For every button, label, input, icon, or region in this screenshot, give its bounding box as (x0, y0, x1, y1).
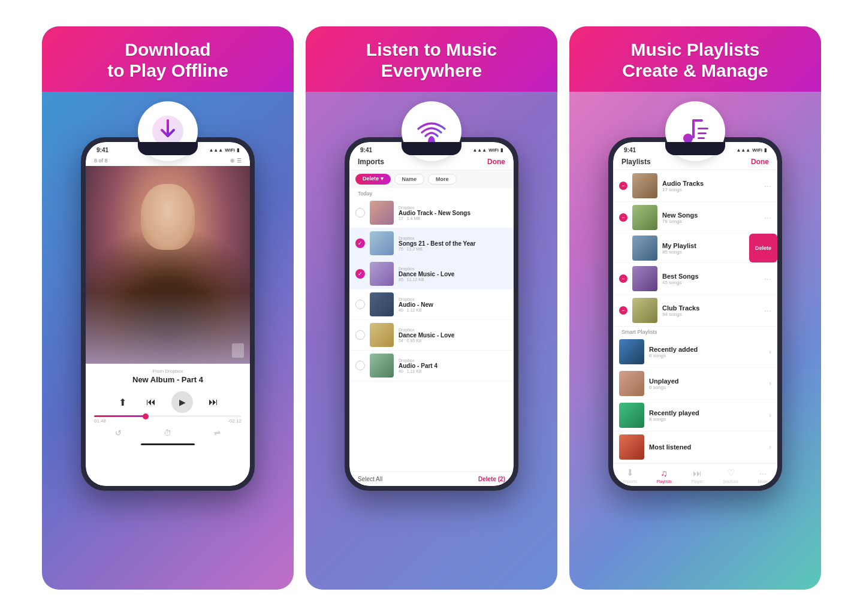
name-2: Dance Music - Love (399, 271, 508, 277)
smart-thumb-0 (619, 339, 644, 364)
svg-rect-7 (698, 132, 707, 134)
phone-2-notch (402, 142, 461, 155)
playlist-item-4[interactable]: − Club Tracks 94 songs ··· (613, 295, 777, 327)
filter-delete[interactable]: Delete ▾ (355, 174, 391, 185)
smart-details-3: Most listened (649, 443, 764, 451)
wifi-icon-3: WiFi (752, 147, 762, 153)
fast-forward-button[interactable]: ⏭ (205, 394, 222, 410)
name-1: Songs 21 - Best of the Year (399, 240, 508, 247)
more-icon-3: ··· (764, 274, 771, 283)
smart-count-2: 8 songs (649, 416, 764, 422)
smart-playlist-0[interactable]: Recently added 8 songs › (613, 336, 777, 368)
filter-more[interactable]: More (428, 174, 457, 185)
tab-sources[interactable]: ♡ Sources (723, 467, 738, 484)
playlist-name-3: Best Songs (662, 273, 759, 280)
playlist-item-0[interactable]: − Audio Tracks 17 songs ··· (613, 170, 777, 202)
playlist-item-3[interactable]: − Best Songs 45 songs ··· (613, 263, 777, 295)
source-0: Dropbox (399, 206, 508, 210)
playlist-name-1: New Songs (662, 212, 759, 219)
signal-icon-2: ▲▲▲ (472, 147, 487, 153)
thumb-4 (370, 323, 394, 347)
delete-selected-button[interactable]: Delete (2) (478, 476, 505, 482)
smart-playlist-2[interactable]: Recently played 8 songs › (613, 400, 777, 431)
chevron-right-3: › (769, 443, 771, 451)
progress-fill (94, 415, 146, 417)
phone-1-mockup: 9:41 ▲▲▲ WiFi ▮ 8 of 8 ⊕ ☰ (81, 137, 255, 491)
import-item-5[interactable]: Dropbox Audio - Part 4 40 1.11 KB (349, 351, 514, 381)
smart-playlist-1[interactable]: Unplayed 6 songs › (613, 368, 777, 400)
repeat-icon[interactable]: ↺ (115, 428, 122, 437)
import-item-2[interactable]: ✓ Dropbox Dance Music - Love 85 11.12 KB (349, 259, 514, 289)
checkbox-3[interactable] (355, 300, 365, 309)
import-item-3[interactable]: Dropbox Audio - New 40 1.12 KB (349, 289, 514, 320)
player-tab-icon: ⏭ (693, 468, 702, 478)
select-all-button[interactable]: Select All (358, 476, 382, 482)
imports-done[interactable]: Done (487, 158, 505, 166)
svg-rect-4 (692, 119, 695, 138)
imports-filter: Delete ▾ Name More (349, 170, 514, 188)
phone-2-mockup: 9:41 ▲▲▲ WiFi ▮ Imports Done (345, 137, 518, 491)
tab-imports[interactable]: ⬇ Imports (623, 467, 636, 484)
thumb-1 (370, 231, 394, 255)
play-button[interactable]: ▶ (171, 391, 193, 413)
section-today: Today (349, 188, 514, 198)
player-bottom-row: ↺ ⏱ ⇌ (86, 426, 250, 441)
playlist-thumb-3 (632, 266, 657, 291)
smart-details-1: Unplayed 6 songs (649, 378, 764, 390)
meta-1: 75 11.2 MB (399, 247, 508, 251)
playlist-thumb-2 (632, 235, 657, 261)
playlist-thumb-1 (632, 205, 657, 230)
checkbox-0[interactable] (355, 208, 365, 218)
tab-playlists[interactable]: ♫ Playlists (656, 468, 672, 484)
timer-icon[interactable]: ⏱ (164, 428, 171, 437)
checkbox-2[interactable]: ✓ (355, 269, 365, 279)
battery-icon-3: ▮ (764, 147, 767, 153)
tab-more[interactable]: ··· More (758, 468, 768, 484)
playlists-done[interactable]: Done (751, 158, 769, 166)
smart-name-2: Recently played (649, 409, 764, 416)
smart-section-label: Smart Playlists (613, 327, 777, 336)
more-icon-0: ··· (764, 181, 771, 191)
rewind-button[interactable]: ⏮ (143, 394, 159, 410)
import-details-0: Dropbox Audio Track - New Songs 17 1.4 M… (399, 206, 508, 221)
wifi-icon: WiFi (225, 147, 235, 153)
phone-1-screen: 9:41 ▲▲▲ WiFi ▮ 8 of 8 ⊕ ☰ (86, 142, 250, 486)
imports-title: Imports (358, 158, 384, 166)
name-3: Audio - New (399, 301, 508, 308)
smart-count-1: 6 songs (649, 385, 764, 390)
checkbox-5[interactable] (355, 361, 365, 370)
player-info: From Dropbox New Album - Part 4 (86, 364, 250, 388)
shuffle-icon[interactable]: ⇌ (214, 428, 221, 437)
import-item-1[interactable]: ✓ Dropbox Songs 21 - Best of the Year 75… (349, 228, 514, 259)
source-4: Dropbox (399, 328, 508, 332)
player-controls[interactable]: ⬆ ⏮ ▶ ⏭ (86, 388, 250, 415)
smart-playlist-3[interactable]: Most listened › (613, 431, 777, 463)
playlist-count-2: 85 songs (662, 249, 759, 255)
more-icon-4: ··· (764, 306, 771, 315)
checkbox-1[interactable]: ✓ (355, 238, 365, 248)
phone-3-screen: 9:41 ▲▲▲ WiFi ▮ Playlists Done (613, 142, 777, 486)
progress-track[interactable] (94, 415, 242, 417)
share-button[interactable]: ⬆ (114, 394, 131, 410)
progress-area: 01:48 -02:12 (86, 415, 250, 426)
import-item-4[interactable]: Dropbox Dance Music - Love 54 0.85 KB (349, 320, 514, 351)
signal-icon: ▲▲▲ (209, 147, 223, 153)
playlists-title: Playlists (621, 158, 651, 166)
playlist-item-1[interactable]: − New Songs 78 songs ··· (613, 202, 777, 234)
thumb-3 (370, 292, 394, 316)
playlist-details-0: Audio Tracks 17 songs (662, 180, 759, 192)
smart-details-2: Recently played 8 songs (649, 409, 764, 422)
svg-rect-8 (698, 137, 705, 139)
tab-player[interactable]: ⏭ Player (692, 468, 704, 484)
imports-tab-label: Imports (623, 479, 636, 484)
playlist-count-1: 78 songs (662, 219, 759, 224)
delete-playlist-button[interactable]: Delete (749, 234, 777, 262)
import-item-0[interactable]: Dropbox Audio Track - New Songs 17 1.4 M… (349, 198, 514, 228)
checkbox-4[interactable] (355, 330, 365, 340)
wifi-icon-2: WiFi (488, 147, 499, 153)
playlist-thumb-4 (632, 298, 657, 323)
playlist-name-2: My Playlist (662, 242, 759, 249)
filter-name[interactable]: Name (394, 174, 425, 185)
playlist-count-3: 45 songs (662, 280, 759, 285)
playlist-item-2[interactable]: My Playlist 85 songs ··· Delete (613, 234, 777, 263)
